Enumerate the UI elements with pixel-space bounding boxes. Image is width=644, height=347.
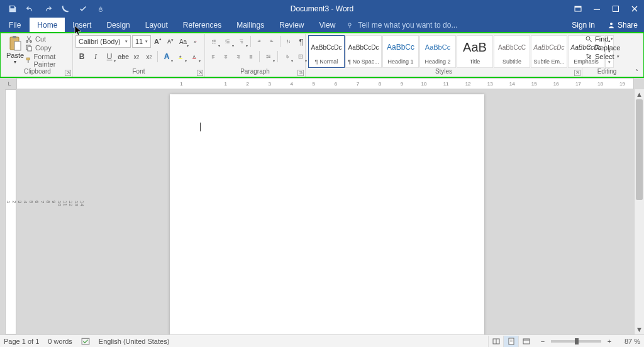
- clipboard-dialog-launcher[interactable]: [65, 70, 71, 76]
- scroll-up-icon[interactable]: ▲: [635, 89, 644, 99]
- zoom-out-icon[interactable]: −: [538, 337, 547, 346]
- group-styles-label: Styles: [435, 68, 452, 75]
- text-effects-icon[interactable]: A▾: [160, 50, 173, 63]
- tell-me-search[interactable]: Tell me what you want to do...: [347, 18, 457, 33]
- close-icon[interactable]: [625, 0, 644, 18]
- tab-layout[interactable]: Layout: [138, 18, 175, 33]
- sort-icon[interactable]: AZ: [283, 35, 294, 48]
- svg-rect-2: [594, 9, 600, 10]
- paragraph-dialog-launcher[interactable]: [297, 70, 304, 76]
- font-color-icon[interactable]: A▾: [188, 50, 201, 63]
- status-bar: Page 1 of 1 0 words English (United Stat…: [0, 334, 644, 347]
- window-controls: [569, 0, 644, 18]
- italic-icon[interactable]: I: [89, 50, 102, 63]
- align-right-icon[interactable]: [233, 50, 244, 63]
- tab-review[interactable]: Review: [272, 18, 311, 33]
- strikethrough-icon[interactable]: abc: [117, 50, 130, 63]
- style--normal[interactable]: AaBbCcDc¶ Normal: [308, 35, 345, 68]
- style-heading-1[interactable]: AaBbCcHeading 1: [382, 35, 419, 68]
- scroll-down-icon[interactable]: ▼: [635, 324, 644, 334]
- align-center-icon[interactable]: [220, 50, 231, 63]
- status-language[interactable]: English (United States): [99, 338, 170, 345]
- svg-point-6: [610, 23, 613, 25]
- shading-icon[interactable]: ▾: [280, 50, 293, 63]
- minimize-icon[interactable]: [587, 0, 606, 18]
- tab-mailings[interactable]: Mailings: [229, 18, 272, 33]
- view-print-layout-icon[interactable]: [503, 336, 518, 347]
- status-page[interactable]: Page 1 of 1: [4, 338, 39, 345]
- redo-icon[interactable]: [39, 0, 57, 18]
- highlight-color-icon[interactable]: ▾: [174, 50, 187, 63]
- subscript-icon[interactable]: x2: [131, 50, 142, 63]
- paste-button[interactable]: Paste ▾: [5, 34, 25, 65]
- document-page[interactable]: [170, 94, 484, 334]
- share-button[interactable]: Share: [601, 18, 644, 33]
- view-web-layout-icon[interactable]: [518, 336, 533, 347]
- zoom-in-icon[interactable]: +: [605, 337, 614, 346]
- tab-insert[interactable]: Insert: [65, 18, 99, 33]
- style-subtle-em-[interactable]: AaBbCcDcSubtle Em...: [531, 35, 567, 68]
- svg-rect-21: [213, 40, 215, 41]
- borders-icon[interactable]: ▾: [294, 50, 307, 63]
- styles-dialog-launcher[interactable]: [574, 70, 580, 76]
- style-heading-2[interactable]: AaBbCcHeading 2: [419, 35, 456, 68]
- copy-button[interactable]: Copy: [25, 44, 70, 52]
- phone-icon[interactable]: [57, 0, 74, 18]
- sign-in-link[interactable]: Sign in: [565, 18, 601, 33]
- replace-button[interactable]: Replace: [585, 44, 620, 52]
- numbering-icon[interactable]: 123▾: [221, 35, 234, 48]
- svg-point-22: [212, 41, 213, 42]
- svg-text:3: 3: [226, 41, 227, 44]
- svg-rect-27: [227, 40, 230, 40]
- horizontal-ruler[interactable]: 112345678910111213141516171819: [16, 78, 634, 89]
- svg-rect-14: [26, 58, 30, 60]
- font-name-combo[interactable]: Calibri (Body)▾: [75, 35, 131, 48]
- collapse-ribbon-icon[interactable]: ˄: [635, 69, 638, 75]
- svg-rect-31: [227, 43, 230, 43]
- style-title[interactable]: AaBTitle: [457, 35, 493, 68]
- decrease-indent-icon[interactable]: [253, 35, 265, 48]
- view-read-mode-icon[interactable]: [488, 336, 503, 347]
- save-icon[interactable]: [4, 0, 21, 18]
- format-painter-button[interactable]: Format Painter: [25, 53, 70, 68]
- clear-formatting-icon[interactable]: A: [190, 35, 201, 48]
- select-button[interactable]: Select▾: [585, 53, 620, 60]
- underline-icon[interactable]: U▾: [103, 50, 116, 63]
- style-subtitle[interactable]: AaBbCcCSubtitle: [494, 35, 530, 68]
- line-spacing-icon[interactable]: ▾: [262, 50, 275, 63]
- svg-rect-40: [270, 41, 272, 42]
- justify-icon[interactable]: [245, 50, 257, 63]
- tab-references[interactable]: References: [175, 18, 229, 33]
- tab-file[interactable]: File: [0, 18, 30, 33]
- touch-mode-icon[interactable]: [92, 0, 109, 18]
- bold-icon[interactable]: B: [75, 50, 88, 63]
- ribbon-display-options-icon[interactable]: [569, 0, 587, 18]
- find-button[interactable]: Find▾: [585, 35, 620, 43]
- change-case-icon[interactable]: Aa▾: [177, 35, 189, 48]
- decrease-font-size-icon[interactable]: A▾: [165, 35, 176, 48]
- status-spellcheck-icon[interactable]: [81, 337, 90, 346]
- font-size-combo[interactable]: 11▾: [132, 35, 151, 48]
- multilevel-list-icon[interactable]: ▾: [235, 35, 248, 48]
- group-paragraph: ▾ 123▾ ▾ AZ ¶ ▾: [205, 34, 306, 77]
- vertical-ruler[interactable]: 1234567891011121314: [5, 89, 16, 334]
- status-word-count[interactable]: 0 words: [48, 338, 72, 345]
- cut-button[interactable]: Cut: [25, 35, 70, 43]
- increase-indent-icon[interactable]: [266, 35, 277, 48]
- tab-home[interactable]: Home: [30, 18, 65, 33]
- maximize-icon[interactable]: [606, 0, 625, 18]
- undo-icon[interactable]: [21, 0, 39, 18]
- increase-font-size-icon[interactable]: A▴: [152, 35, 164, 48]
- tab-design[interactable]: Design: [99, 18, 137, 33]
- bullets-icon[interactable]: ▾: [208, 35, 220, 48]
- scroll-thumb[interactable]: [636, 99, 643, 200]
- check-icon[interactable]: [74, 0, 92, 18]
- style--no-spac-[interactable]: AaBbCcDc¶ No Spac...: [345, 35, 382, 68]
- superscript-icon[interactable]: x2: [143, 50, 155, 63]
- zoom-level[interactable]: 87 %: [618, 338, 640, 345]
- zoom-slider[interactable]: [551, 340, 601, 343]
- tab-view[interactable]: View: [312, 18, 343, 33]
- align-left-icon[interactable]: [208, 50, 219, 63]
- vertical-scrollbar[interactable]: ▲ ▼: [634, 89, 644, 334]
- font-dialog-launcher[interactable]: [197, 70, 203, 76]
